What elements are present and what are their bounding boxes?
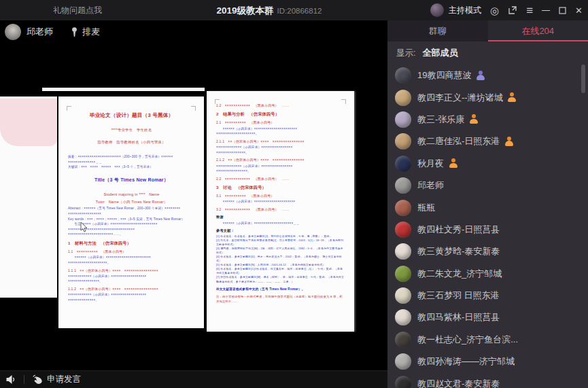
- member-row[interactable]: 教三-张乐康: [387, 109, 588, 130]
- doc-line: ××××××××××××（小四宋体）××××××××××××××××××: [68, 274, 195, 279]
- doc-page-left-content: 毕业论文（设计）题目（3 号黑体）****专业学生 学生姓名指导教师 指导教师姓…: [58, 96, 204, 306]
- doc-line: [68, 122, 195, 126]
- pink-region: [0, 99, 57, 146]
- member-list: 19教四商慧波教四李正义--潍坊诸城教三-张乐康教二唐佳泓-日照东港秋月夜邱老师…: [387, 65, 588, 388]
- doc-line: 3.2 ×××××××××××× （黑体小四号） ……: [216, 207, 345, 212]
- doc-line: ××××××××××××××××××××。: [68, 260, 195, 266]
- doc-line: 1.1.1 ××（仿宋体小四号）×××× ××××××××××××××××: [68, 268, 195, 273]
- doc-line: ××××××（小四宋体）×××××××××××××××××××××: [216, 199, 345, 205]
- member-row[interactable]: 19教四商慧波: [387, 65, 588, 86]
- member-row[interactable]: 教四赵文君-泰安新泰: [387, 372, 588, 388]
- scrollbar-thumb[interactable]: [581, 65, 585, 93]
- member-status-icon: [476, 71, 485, 81]
- titlebar: 礼物问题点我 2019级教本群ID:20866812 主持模式 ◎ ≡ — ✕: [0, 0, 588, 20]
- doc-line: 1.2 ×××××××××××× （黑体小四号） ……: [216, 103, 345, 108]
- member-row[interactable]: 教四杜文秀-日照莒县: [387, 219, 588, 241]
- doc-line: ×××××××××××××××。: [216, 150, 345, 156]
- member-name: 教四赵文君-泰安新泰: [417, 378, 500, 388]
- doc-line: 1.1 ×××××××××× （黑体小四号）: [68, 249, 195, 254]
- member-avatar: [395, 287, 411, 304]
- mouse-cursor: [80, 222, 88, 232]
- doc-line: ××××××××××××××＿＿: [68, 160, 195, 165]
- screen-share: 毕业论文（设计）题目（3 号黑体）****专业学生 学生姓名指导教师 指导教师姓…: [0, 20, 387, 388]
- member-avatar: [395, 177, 411, 194]
- filter-label: 显示:: [396, 48, 415, 59]
- member-row[interactable]: 教二唐佳泓-日照东港: [387, 130, 588, 152]
- member-filter-row: 显示: 全部成员: [387, 41, 588, 65]
- group-title: 2019级教本群ID:20866812: [217, 4, 322, 17]
- user-avatar[interactable]: [430, 3, 444, 17]
- divider: [24, 375, 24, 384]
- doc-line: ×××××××××××××（小四宋体）××××××××××××××××: [216, 164, 345, 169]
- popout-icon[interactable]: [508, 5, 517, 15]
- doc-line: ××××××××××××××。: [68, 298, 195, 303]
- doc-line: Title（3 号 Times New Romar）: [68, 176, 195, 184]
- record-icon[interactable]: ◎: [490, 5, 499, 16]
- app-window: 礼物问题点我 2019级教本群ID:20866812 主持模式 ◎ ≡ — ✕ …: [0, 0, 588, 388]
- doc-line: 3.1 ×××××××××× （黑体小四号）: [216, 193, 345, 198]
- doc-line: 摘要：××××××××××××××××××××××（200~300 字，五号宋体…: [68, 154, 195, 160]
- doc-line: ××××××××××××××××。: [68, 279, 195, 284]
- doc-line: ××××××（小四宋体）×××××××××××××××××××××××: [68, 255, 195, 260]
- member-row[interactable]: 秋月夜: [387, 153, 588, 175]
- member-row[interactable]: 教三石梦羽 日照东港: [387, 285, 588, 306]
- doc-line: [68, 186, 195, 190]
- member-status-icon: [504, 137, 513, 147]
- menu-icon[interactable]: ≡: [526, 5, 533, 16]
- doc-line: ×××××××××××××（小四宋体）××××××××××××××××: [216, 145, 345, 150]
- doc-line: 2 结果与分析 （仿宋体四号）: [216, 111, 345, 118]
- member-status-icon: [449, 158, 457, 169]
- doc-line: [7] 外国作者姓名．参考文献题目[M]．译者（缩写）．版．城市：出版单位，年代…: [216, 275, 345, 283]
- raise-hand-icon: [32, 374, 43, 385]
- mic-queue-label: 排麦: [82, 26, 100, 38]
- member-row[interactable]: 教二朱文龙_济宁邹城: [387, 263, 588, 285]
- sidebar-tabs: 群聊 在线204: [387, 20, 588, 41]
- previous-page-edge: [42, 88, 205, 91]
- doc-line: 1 材料与方法 （仿宋体四号）: [68, 240, 195, 247]
- member-avatar: [395, 243, 411, 260]
- gift-link[interactable]: 礼物问题点我: [53, 5, 102, 16]
- doc-line: 致谢: [216, 214, 345, 220]
- member-name: 教四李正义--潍坊诸城: [417, 92, 503, 104]
- member-name: 教一杜志心_济宁鱼台滨...: [417, 334, 518, 346]
- presenter-avatar[interactable]: [5, 24, 21, 40]
- member-avatar: [395, 222, 411, 238]
- presenter-row: 邱老师 排麦: [5, 24, 100, 40]
- doc-line: Abstract：××××××（五号 Times New Romar，200~3…: [68, 206, 195, 211]
- doc-line: [6] 作者姓名．参考文献题目[C]//作者姓名．论文集名称．城市：出版单位（社…: [216, 267, 345, 275]
- doc-line: 指导教师 指导教师姓名（小四号宋体）: [68, 139, 195, 145]
- filter-value-dropdown[interactable]: 全部成员: [422, 47, 457, 59]
- member-row[interactable]: 邱老师: [387, 175, 588, 196]
- member-name: 教四杜文秀-日照莒县: [417, 224, 500, 236]
- tab-group-chat[interactable]: 群聊: [387, 20, 488, 41]
- member-avatar: [395, 200, 411, 216]
- request-speak-button[interactable]: 申请发言: [32, 374, 81, 385]
- doc-line: [2] 刘凡丰．美国研究型大学本科教育改革透视[J]．高等教育研究，2003，5…: [216, 239, 345, 247]
- member-status-icon: [469, 114, 478, 124]
- member-avatar: [395, 353, 411, 370]
- microphone-icon: [71, 27, 78, 37]
- doc-line: ××××××（小四宋体）××××××××××××××××××××＿＿: [216, 221, 345, 226]
- mic-queue-button[interactable]: 排麦: [71, 26, 100, 38]
- member-row[interactable]: 教三黄梦晗-泰安新泰: [387, 241, 588, 262]
- close-icon[interactable]: ✕: [575, 6, 583, 15]
- member-row[interactable]: 教四李正义--潍坊诸城: [387, 86, 588, 108]
- speaker-icon[interactable]: [5, 374, 17, 385]
- member-avatar: [395, 67, 411, 84]
- minimize-icon[interactable]: —: [542, 6, 550, 14]
- tab-online-members[interactable]: 在线204: [488, 20, 588, 41]
- member-avatar: [395, 309, 411, 325]
- doc-page-right-content: 1.2 ×××××××××××× （黑体小四号） ……2 结果与分析 （仿宋体四…: [207, 91, 354, 308]
- host-mode-label[interactable]: 主持模式: [449, 5, 481, 16]
- member-row[interactable]: 瓶瓶: [387, 196, 588, 218]
- member-name: 教四马紫林-日照莒县: [417, 311, 500, 323]
- doc-line: 注：由于学校没有统一的格式要求，目前随中国学术期刊（光盘版）电子期刊收录为 B …: [216, 294, 345, 304]
- maximize-icon[interactable]: [559, 7, 566, 14]
- member-avatar: [395, 156, 411, 172]
- member-row[interactable]: 教四孙海涛——济宁邹城: [387, 351, 588, 372]
- member-row[interactable]: 教一杜志心_济宁鱼台滨...: [387, 329, 588, 351]
- member-row[interactable]: 教四马紫林-日照莒县: [387, 306, 588, 328]
- doc-page-right: 1.2 ×××××××××××× （黑体小四号） ……2 结果与分析 （仿宋体四…: [207, 91, 354, 332]
- member-avatar: [395, 376, 411, 388]
- doc-line: 2.1 ×××××××××× （黑体小四号）: [216, 120, 345, 125]
